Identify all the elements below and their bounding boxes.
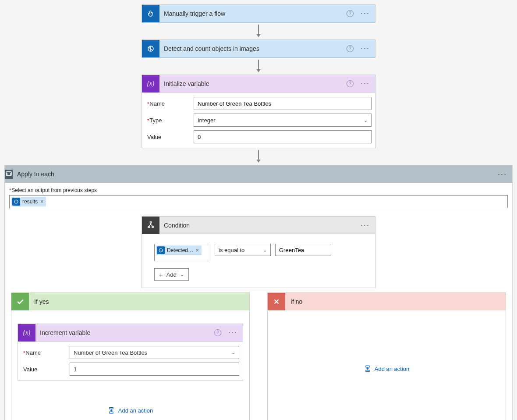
svg-rect-9 xyxy=(148,226,149,228)
svg-marker-6 xyxy=(256,160,261,163)
select-output-input[interactable]: results × xyxy=(9,195,508,208)
step-increment-variable[interactable]: {x} Increment variable ? ··· *Name xyxy=(18,324,243,381)
svg-rect-13 xyxy=(110,407,113,409)
condition-operator-select[interactable]: is equal to ⌄ xyxy=(215,244,271,256)
svg-rect-10 xyxy=(152,226,153,228)
svg-point-8 xyxy=(14,200,18,203)
branch-if-yes: If yes {x} Increment variable ? xyxy=(11,292,250,420)
step-initialize-variable[interactable]: {x} Initialize variable ? ··· *Name *Typ… xyxy=(142,75,375,148)
arrow-down-icon xyxy=(255,148,262,165)
plus-icon: + xyxy=(159,271,163,278)
type-select[interactable]: Integer ⌄ xyxy=(194,114,372,127)
add-action-button[interactable]: Add an action xyxy=(364,365,410,372)
arrow-down-icon xyxy=(255,23,262,39)
chevron-down-icon: ⌄ xyxy=(364,117,368,123)
name-input[interactable] xyxy=(194,97,372,110)
variable-icon: {x} xyxy=(142,75,159,93)
step-title: Condition xyxy=(159,222,361,229)
help-icon[interactable]: ? xyxy=(347,45,354,52)
branch-if-no: If no Add an action xyxy=(267,292,506,420)
branch-title: If no xyxy=(285,298,500,305)
chevron-down-icon: ⌄ xyxy=(263,247,267,253)
value-input[interactable] xyxy=(194,130,372,143)
value-label: Value xyxy=(145,134,194,140)
token-results[interactable]: results × xyxy=(11,197,46,206)
condition-right-input[interactable] xyxy=(275,244,331,256)
step-apply-to-each[interactable]: Apply to each ··· *Select an output from… xyxy=(4,165,513,420)
touch-icon xyxy=(142,5,159,22)
svg-rect-19 xyxy=(366,370,369,371)
add-action-button[interactable]: Add an action xyxy=(108,407,153,414)
branch-icon xyxy=(142,217,159,234)
more-icon[interactable]: ··· xyxy=(228,328,237,337)
step-manually-trigger[interactable]: Manually trigger a flow ? ··· xyxy=(142,4,375,23)
more-icon[interactable]: ··· xyxy=(361,221,370,230)
more-icon[interactable]: ··· xyxy=(361,9,370,18)
more-icon[interactable]: ··· xyxy=(361,79,370,88)
help-icon[interactable]: ? xyxy=(347,80,354,87)
svg-marker-4 xyxy=(256,69,261,72)
token-detected[interactable]: Detected… × xyxy=(156,246,202,255)
close-icon[interactable]: × xyxy=(40,199,43,205)
condition-left-input[interactable]: Detected… × xyxy=(154,244,210,261)
select-output-label: *Select an output from previous steps xyxy=(9,187,508,193)
branch-title: If yes xyxy=(29,298,244,305)
type-label: *Type xyxy=(145,117,194,124)
add-step-icon xyxy=(364,365,371,372)
help-icon[interactable]: ? xyxy=(214,329,221,336)
add-condition-button[interactable]: + Add ⌄ xyxy=(154,268,189,281)
ai-icon xyxy=(157,246,165,254)
chevron-down-icon: ⌄ xyxy=(231,350,235,356)
close-icon[interactable]: × xyxy=(196,247,199,253)
more-icon[interactable]: ··· xyxy=(498,170,507,179)
svg-marker-1 xyxy=(256,34,261,37)
name-label: *Name xyxy=(145,100,194,107)
add-step-icon xyxy=(108,407,115,414)
ai-icon xyxy=(12,198,20,206)
step-title: Apply to each xyxy=(13,171,498,178)
name-label: *Name xyxy=(21,349,70,356)
brain-icon xyxy=(142,40,159,57)
step-title: Increment variable xyxy=(35,329,214,336)
svg-rect-17 xyxy=(366,366,369,367)
x-icon xyxy=(268,293,285,310)
step-title: Manually trigger a flow xyxy=(159,10,347,17)
step-detect-objects[interactable]: Detect and count objects in images ? ··· xyxy=(142,39,375,58)
check-icon xyxy=(11,293,29,310)
chevron-down-icon: ⌄ xyxy=(180,272,184,278)
arrow-down-icon xyxy=(255,58,262,75)
more-icon[interactable]: ··· xyxy=(361,44,370,53)
svg-point-12 xyxy=(159,249,163,252)
value-label: Value xyxy=(21,366,70,373)
help-icon[interactable]: ? xyxy=(347,10,354,17)
step-title: Detect and count objects in images xyxy=(159,45,347,52)
step-condition[interactable]: Condition ··· Detected… × xyxy=(142,216,375,288)
step-title: Initialize variable xyxy=(159,80,347,87)
svg-rect-15 xyxy=(110,412,113,413)
name-select[interactable]: Number of Green Tea Bottles ⌄ xyxy=(70,346,239,359)
loop-icon xyxy=(5,170,13,179)
value-input[interactable] xyxy=(70,363,239,376)
variable-icon: {x} xyxy=(18,324,35,342)
